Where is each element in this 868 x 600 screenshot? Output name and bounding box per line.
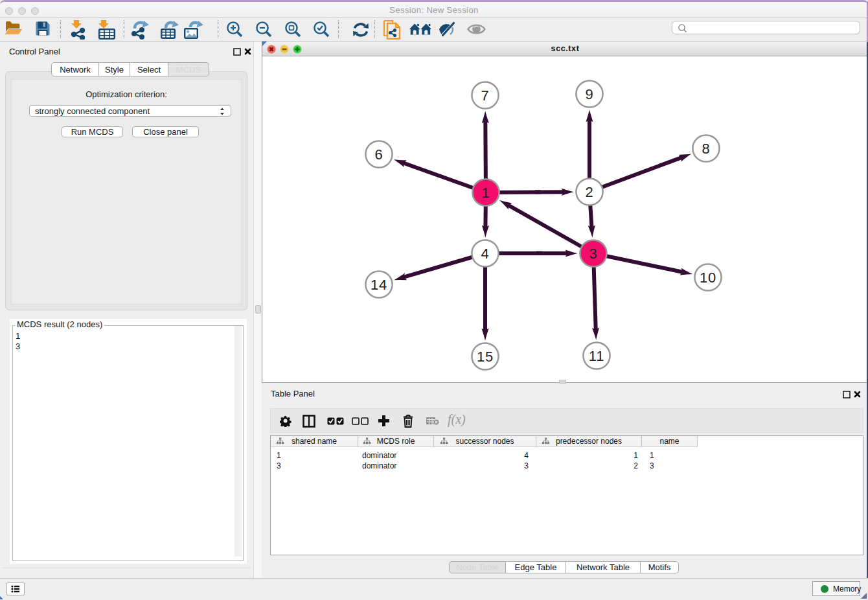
svg-text:1: 1 bbox=[481, 185, 490, 201]
svg-text:10: 10 bbox=[700, 270, 716, 286]
svg-text:8: 8 bbox=[702, 141, 710, 157]
svg-text:14: 14 bbox=[371, 277, 387, 293]
svg-text:11: 11 bbox=[589, 348, 604, 364]
svg-text:15: 15 bbox=[477, 349, 494, 365]
svg-text:2: 2 bbox=[585, 184, 593, 200]
svg-text:9: 9 bbox=[585, 86, 593, 102]
svg-text:6: 6 bbox=[374, 146, 383, 163]
svg-text:3: 3 bbox=[589, 246, 597, 262]
svg-text:7: 7 bbox=[481, 87, 489, 104]
svg-text:4: 4 bbox=[481, 246, 489, 262]
